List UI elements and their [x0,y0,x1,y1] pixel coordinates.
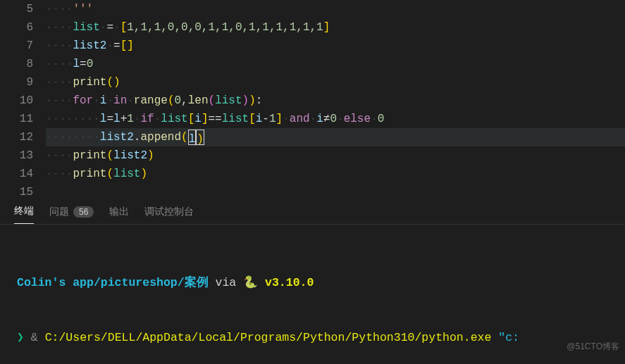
line-number: 9 [0,73,33,92]
code-line [46,183,625,201]
line-number: 8 [0,55,33,73]
line-number: 14 [0,165,33,183]
line-number: 13 [0,146,33,165]
code-line: ····print(list) [46,165,625,183]
tab-debug-console[interactable]: 调试控制台 [144,200,194,224]
terminal-line: ❯ & C:/Users/DELL/AppData/Local/Programs… [17,329,608,347]
line-number: 11 [0,110,33,128]
code-line: ····list·=·[1,1,1,0,0,0,1,1,0,1,1,1,1,1,… [46,18,625,37]
terminal-line: Colin's app/pictureshop/案例 via 🐍 v3.10.0 [17,274,608,292]
code-line-active: ········list2.append(l) [46,128,625,146]
code-line: ····l=0 [46,55,625,73]
line-number: 5 [0,0,33,18]
line-number: 12 [0,128,33,146]
tab-problems-label: 问题 [49,206,69,218]
code-area[interactable]: ····''' ····list·=·[1,1,1,0,0,0,1,1,0,1,… [46,0,625,199]
code-line: ········l=l+1·if·list[i]==list[i-1]·and·… [46,110,625,128]
panel-tabs: 终端 问题 56 输出 调试控制台 [0,199,625,225]
code-line: ····''' [46,0,625,18]
watermark: @51CTO博客 [567,341,619,353]
code-editor[interactable]: 5 6 7 8 9 10 11 12 13 14 15 ····''' ····… [0,0,625,199]
tab-output[interactable]: 输出 [109,200,129,224]
line-number: 10 [0,92,33,110]
problems-badge: 56 [73,206,94,218]
code-line: ····for·i·in·range(0,len(list)): [46,92,625,110]
code-line: ····list2·=[] [46,37,625,55]
terminal-panel[interactable]: Colin's app/pictureshop/案例 via 🐍 v3.10.0… [0,225,625,364]
code-line: ····print() [46,73,625,92]
tab-problems[interactable]: 问题 56 [49,200,94,224]
line-number: 6 [0,18,33,37]
line-number: 7 [0,37,33,55]
tab-terminal[interactable]: 终端 [14,199,34,224]
code-line: ····print(list2) [46,146,625,165]
line-gutter: 5 6 7 8 9 10 11 12 13 14 15 [0,0,46,199]
